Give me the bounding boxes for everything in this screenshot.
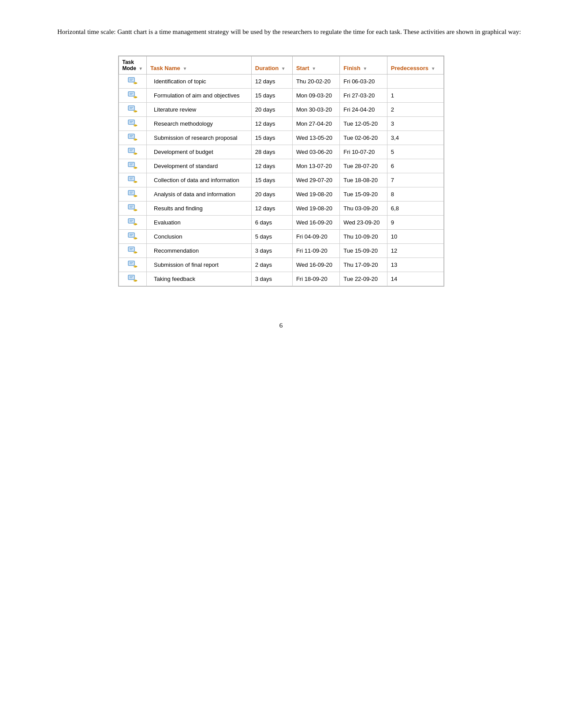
table-row: Formulation of aim and objectives15 days…	[119, 88, 443, 102]
task-name-cell: Development of budget	[147, 145, 252, 159]
svg-rect-17	[129, 134, 134, 138]
task-mode-cell	[119, 173, 147, 187]
duration-cell: 12 days	[251, 159, 292, 173]
svg-rect-45	[129, 233, 134, 237]
task-name-cell: Recommendation	[147, 243, 252, 258]
start-cell: Wed 19-08-20	[292, 201, 339, 215]
sort-arrow-task-name: ▼	[182, 66, 187, 71]
duration-cell: 5 days	[251, 229, 292, 243]
duration-cell: 6 days	[251, 215, 292, 229]
sort-arrow-start: ▼	[312, 66, 316, 71]
gantt-table: TaskMode ▼ Task Name ▼ Duration ▼ Start …	[119, 56, 444, 286]
duration-cell: 2 days	[251, 258, 292, 272]
finish-cell: Tue 18-08-20	[340, 173, 387, 187]
duration-cell: 3 days	[251, 272, 292, 286]
intro-paragraph: Horizontal time scale: Gantt chart is a …	[40, 26, 522, 38]
start-cell: Wed 16-09-20	[292, 215, 339, 229]
sort-arrow-predecessors: ▼	[431, 66, 435, 71]
task-name-cell: Collection of data and information	[147, 173, 252, 187]
duration-cell: 28 days	[251, 145, 292, 159]
duration-cell: 12 days	[251, 74, 292, 88]
col-header-finish[interactable]: Finish ▼	[340, 56, 387, 74]
col-header-duration[interactable]: Duration ▼	[251, 56, 292, 74]
duration-cell: 12 days	[251, 201, 292, 215]
start-cell: Wed 19-08-20	[292, 187, 339, 201]
task-mode-icon	[128, 122, 138, 128]
svg-rect-25	[129, 163, 134, 166]
task-mode-cell	[119, 215, 147, 229]
task-mode-icon	[128, 93, 138, 100]
finish-cell: Fri 27-03-20	[340, 88, 387, 102]
predecessors-cell: 6,8	[387, 201, 443, 215]
task-mode-cell	[119, 201, 147, 215]
table-row: Analysis of data and information20 daysW…	[119, 187, 443, 201]
svg-rect-29	[129, 177, 134, 180]
finish-cell: Tue 22-09-20	[340, 272, 387, 286]
task-mode-icon	[128, 263, 138, 269]
table-row: Literature review20 daysMon 30-03-20Fri …	[119, 102, 443, 116]
task-mode-icon	[128, 178, 138, 185]
predecessors-cell: 7	[387, 173, 443, 187]
task-mode-icon	[128, 79, 138, 86]
finish-cell: Tue 15-09-20	[340, 187, 387, 201]
duration-cell: 3 days	[251, 243, 292, 258]
task-mode-icon	[128, 192, 138, 199]
start-cell: Wed 29-07-20	[292, 173, 339, 187]
start-cell: Wed 03-06-20	[292, 145, 339, 159]
col-header-start[interactable]: Start ▼	[292, 56, 339, 74]
predecessors-cell: 10	[387, 229, 443, 243]
predecessors-cell: 6	[387, 159, 443, 173]
finish-cell: Tue 02-06-20	[340, 131, 387, 145]
finish-cell: Fri 10-07-20	[340, 145, 387, 159]
duration-cell: 15 days	[251, 173, 292, 187]
col-header-task-mode[interactable]: TaskMode ▼	[119, 56, 147, 74]
task-name-cell: Evaluation	[147, 215, 252, 229]
svg-rect-9	[129, 106, 134, 110]
svg-rect-13	[129, 120, 134, 124]
task-mode-icon	[128, 235, 138, 241]
svg-rect-21	[129, 149, 134, 152]
task-name-cell: Research methodology	[147, 116, 252, 131]
task-mode-cell	[119, 145, 147, 159]
task-mode-icon	[128, 150, 138, 157]
sort-arrow-finish: ▼	[363, 66, 367, 71]
task-name-cell: Taking feedback	[147, 272, 252, 286]
predecessors-cell: 13	[387, 258, 443, 272]
duration-cell: 20 days	[251, 102, 292, 116]
start-cell: Wed 13-05-20	[292, 131, 339, 145]
task-mode-icon	[128, 136, 138, 142]
task-mode-cell	[119, 258, 147, 272]
task-name-cell: Analysis of data and information	[147, 187, 252, 201]
table-row: Identification of topic12 daysThu 20-02-…	[119, 74, 443, 88]
gantt-table-container: TaskMode ▼ Task Name ▼ Duration ▼ Start …	[118, 56, 444, 287]
task-name-cell: Formulation of aim and objectives	[147, 88, 252, 102]
sort-arrow-task-mode: ▼	[138, 66, 143, 71]
task-name-cell: Conclusion	[147, 229, 252, 243]
task-mode-icon	[128, 206, 138, 213]
task-mode-cell	[119, 229, 147, 243]
col-header-task-name[interactable]: Task Name ▼	[147, 56, 252, 74]
finish-cell: Wed 23-09-20	[340, 215, 387, 229]
task-name-cell: Submission of research proposal	[147, 131, 252, 145]
table-row: Conclusion5 daysFri 04-09-20Thu 10-09-20…	[119, 229, 443, 243]
duration-cell: 15 days	[251, 88, 292, 102]
task-mode-icon	[128, 249, 138, 255]
task-name-cell: Identification of topic	[147, 74, 252, 88]
finish-cell: Thu 03-09-20	[340, 201, 387, 215]
finish-cell: Tue 12-05-20	[340, 116, 387, 131]
task-mode-icon	[128, 108, 138, 114]
svg-rect-53	[129, 261, 134, 265]
duration-cell: 12 days	[251, 116, 292, 131]
start-cell: Mon 27-04-20	[292, 116, 339, 131]
task-mode-cell	[119, 88, 147, 102]
predecessors-cell: 14	[387, 272, 443, 286]
page-number: 6	[40, 322, 522, 329]
table-row: Research methodology12 daysMon 27-04-20T…	[119, 116, 443, 131]
col-header-predecessors[interactable]: Predecessors ▼	[387, 56, 443, 74]
task-mode-cell	[119, 243, 147, 258]
predecessors-cell: 2	[387, 102, 443, 116]
task-mode-cell	[119, 159, 147, 173]
start-cell: Fri 18-09-20	[292, 272, 339, 286]
table-row: Submission of research proposal15 daysWe…	[119, 131, 443, 145]
start-cell: Wed 16-09-20	[292, 258, 339, 272]
